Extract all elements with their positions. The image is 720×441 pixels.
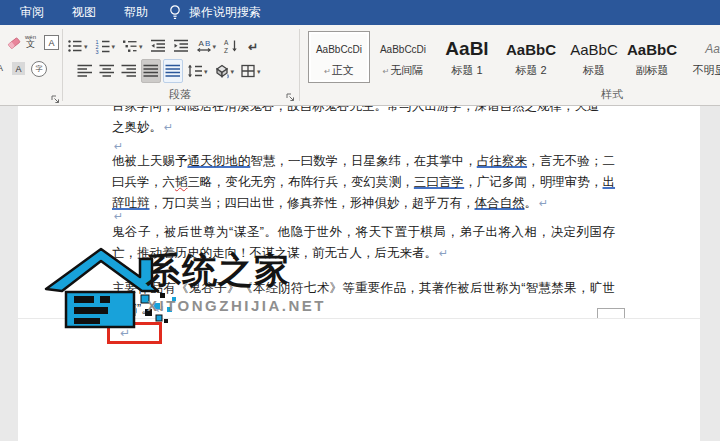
underlined-text: 通天彻地的 [187, 154, 250, 168]
paragraph[interactable]: 他被上天赐予通天彻地的智慧，一曰数学，日星象纬，在其掌中，占往察来，言无不验；二… [112, 151, 615, 214]
style-preview: AaBbCcDi [316, 36, 362, 62]
style-6[interactable]: AaBbC副标题 [626, 31, 678, 83]
svg-text:A: A [224, 39, 229, 46]
paragraph-dialog-launcher[interactable] [285, 89, 297, 101]
paragraph-group-label: 段落 [169, 87, 191, 102]
style-preview: AaBbC [627, 36, 677, 62]
style-preview: AaBbC [570, 36, 618, 62]
styles-group: AaBbCcDi↵正文AaBbCcDi↵无间隔AaBl标题 1AaBbC标题 2… [300, 25, 720, 105]
align-center-button[interactable] [97, 59, 117, 83]
style-2[interactable]: AaBbCcDi↵无间隔 [372, 31, 434, 83]
style-1[interactable]: AaBbCcDi↵正文 [308, 31, 370, 83]
text-run: ，广记多闻，明理审势， [464, 175, 602, 189]
menu-review[interactable]: 审阅 [6, 0, 58, 25]
style-label: 标题 2 [515, 63, 546, 78]
style-label: 不明显强调 [693, 63, 720, 78]
menu-view[interactable]: 视图 [58, 0, 110, 25]
align-right-button[interactable] [119, 59, 139, 83]
enclose-character-icon[interactable]: 字 [31, 61, 47, 77]
linked-pilcrow-icon: ↵ [383, 67, 390, 76]
clear-format-icon[interactable] [6, 35, 22, 55]
font-dialog-launcher[interactable] [50, 91, 62, 103]
paragraph-mark: ↵ [120, 326, 130, 340]
text-run: 鬼谷子，被后世尊为“谋圣”。他隐于世外，将天下置于棋局，弟子出将入相，决定列国存… [112, 225, 615, 260]
svg-text:B: B [205, 39, 210, 48]
paragraph-group: ▾123▾▾AB▾AZ↵ ▾▾▾ 段落 [63, 25, 299, 105]
character-shading-icon[interactable]: A [12, 62, 25, 75]
text-run: 他被上天赐予 [112, 154, 187, 168]
styles-group-label: 样式 [601, 87, 623, 102]
increase-indent-button[interactable] [171, 34, 191, 58]
svg-text:3: 3 [95, 49, 98, 55]
distribute-button[interactable] [163, 59, 183, 83]
text-run: 智慧，一曰数学，日星象纬，在其掌中， [250, 154, 476, 168]
paragraph-mark: ↵ [156, 303, 165, 315]
chevron-down-icon: ▾ [204, 68, 208, 75]
bullets-button[interactable]: ▾ [65, 34, 90, 58]
chevron-down-icon: ▾ [231, 68, 235, 75]
phonetic-guide-icon[interactable]: wén 文 [25, 34, 36, 49]
page-bottom-marker-right [597, 308, 625, 318]
text-run: 主要作品有《鬼谷子》《本经阴符七术》等重要作品，其著作被后世称为“智慧禁果，旷世… [112, 281, 615, 316]
word-window: 审阅视图帮助 操作说明搜索 wén 文 [0, 0, 720, 441]
document-page-1[interactable]: 百家学问，因隐居在清溪鬼谷，故自称鬼谷先生。常与人出游学，深谙自然之规律，天道之… [18, 106, 700, 318]
text-run: 之奥妙。 [112, 120, 162, 134]
chevron-down-icon: ▾ [257, 68, 261, 75]
document-canvas: 百家学问，因隐居在清溪鬼谷，故自称鬼谷先生。常与人出游学，深谙自然之规律，天道之… [0, 106, 720, 441]
search-label: 操作说明搜索 [189, 4, 261, 21]
paragraph-mark: ↵ [114, 262, 123, 274]
red-annotation-box: ↵ [107, 322, 162, 344]
chevron-down-icon: ▾ [112, 43, 116, 50]
style-label: 标题 [583, 63, 605, 78]
decrease-indent-button[interactable] [148, 34, 168, 58]
font-group: wén 文 A A A 字 [0, 25, 62, 105]
paragraph[interactable]: 主要作品有《鬼谷子》《本经阴符七术》等重要作品，其著作被后世称为“智慧禁果，旷世… [112, 278, 615, 318]
page-bottom-marker-left [112, 305, 136, 316]
show-marks-button[interactable]: ↵ [244, 34, 264, 58]
linked-pilcrow-icon: ↵ [324, 67, 331, 76]
style-4[interactable]: AaBbC标题 2 [500, 31, 562, 83]
chevron-down-icon: ▾ [84, 43, 88, 50]
menubar: 审阅视图帮助 操作说明搜索 [0, 0, 720, 25]
underlined-text: 三曰言学 [414, 175, 464, 189]
style-preview: AaBbC [506, 36, 556, 62]
style-7[interactable]: AaBb不明显强调 [680, 31, 720, 83]
underlined-text: 占往察来 [477, 154, 527, 168]
menu-help[interactable]: 帮助 [110, 0, 162, 25]
style-label: ↵正文 [324, 63, 354, 78]
chevron-down-icon: ▾ [213, 43, 217, 50]
style-5[interactable]: AaBbC标题 [564, 31, 624, 83]
lightbulb-icon [168, 4, 182, 21]
document-page-2[interactable]: ↵ [18, 319, 700, 441]
text-run: 三略，变化无穷，布阵行兵，变幻莫测， [187, 175, 413, 189]
character-border-icon[interactable]: A [44, 35, 59, 50]
text-run: 百家学问，因隐居在清溪鬼谷，故自称鬼谷先生。常与人出游学，深谙自然之规律，天道 [112, 106, 600, 113]
paragraph[interactable]: 之奥妙。↵ [112, 117, 615, 138]
numbering-button[interactable]: 123▾ [93, 34, 118, 58]
chevron-down-icon: ▾ [139, 43, 143, 50]
asian-layout-button[interactable]: AB▾ [194, 34, 219, 58]
paragraph-mark: ↵ [114, 210, 123, 222]
justify-button[interactable] [141, 59, 161, 83]
borders-button[interactable]: ▾ [238, 59, 263, 83]
paragraph[interactable]: 百家学问，因隐居在清溪鬼谷，故自称鬼谷先生。常与人出游学，深谙自然之规律，天道 [112, 106, 615, 117]
align-left-button[interactable] [75, 59, 95, 83]
shading-button[interactable]: ▾ [212, 59, 237, 83]
svg-text:↵: ↵ [248, 40, 258, 54]
svg-text:Z: Z [224, 47, 228, 54]
style-preview: AaBbCcDi [380, 36, 426, 62]
line-spacing-button[interactable]: ▾ [185, 59, 210, 83]
style-label: 副标题 [636, 63, 669, 78]
spellcheck-text: 韬 [175, 175, 188, 189]
style-preview: AaBl [445, 36, 488, 62]
multilevel-list-button[interactable]: ▾ [120, 34, 145, 58]
sort-button[interactable]: AZ [221, 34, 241, 58]
paragraph[interactable]: ↵ [112, 258, 615, 279]
tell-me-search[interactable]: 操作说明搜索 [168, 4, 261, 21]
clipped-font-icon[interactable]: A [0, 63, 4, 73]
ribbon: wén 文 A A A 字 ▾123▾▾AB▾AZ↵ [0, 25, 720, 106]
style-label: ↵无间隔 [383, 63, 424, 78]
paragraph-mark: ↵ [164, 121, 173, 133]
style-label: 标题 1 [451, 63, 482, 78]
style-3[interactable]: AaBl标题 1 [436, 31, 498, 83]
